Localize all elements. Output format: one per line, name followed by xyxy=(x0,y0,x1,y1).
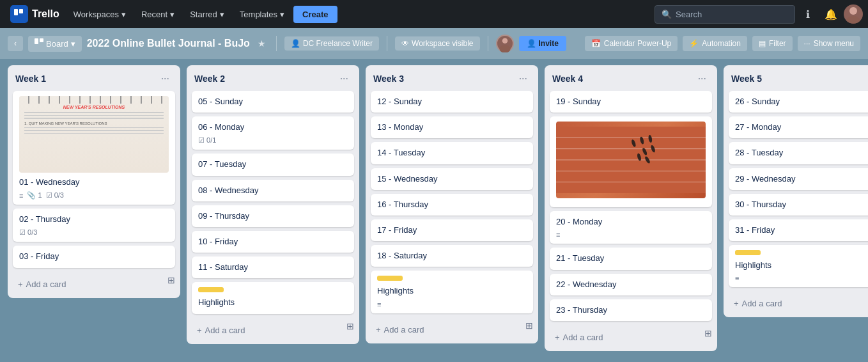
list-title: Week 1 xyxy=(15,74,46,84)
card-title: 06 - Monday xyxy=(198,122,348,133)
visibility-label: Workspace visible xyxy=(412,39,473,48)
card-title: Highlights xyxy=(198,297,348,308)
card[interactable]: ✏20 - Monday≡ xyxy=(550,211,712,244)
card-title: 05 - Sunday xyxy=(198,96,348,107)
card[interactable]: ✏02 - Thursday☑ 0/3 xyxy=(13,209,175,242)
card-title: 26 - Sunday xyxy=(735,96,868,107)
visibility-tag[interactable]: 👁 Workspace visible xyxy=(395,36,479,51)
list-menu-button[interactable]: ··· xyxy=(158,72,173,86)
card[interactable]: ✏18 - Saturday xyxy=(371,245,533,267)
list-header: Week 2 ··· xyxy=(187,65,359,91)
add-card-button[interactable]: + Add a card xyxy=(192,322,354,339)
create-from-template-button[interactable]: ⊞ xyxy=(167,275,175,285)
card[interactable]: ✏11 - Saturday xyxy=(192,256,354,278)
list-0: Week 1 ··· ✏ NEW YEAR'S RESOLUTIONS 1. Q… xyxy=(8,65,180,298)
list-menu-button[interactable]: ··· xyxy=(516,72,531,86)
card[interactable]: ✏13 - Monday xyxy=(371,116,533,138)
recent-menu[interactable]: Recent ▾ xyxy=(135,6,181,23)
card[interactable]: ✏26 - Sunday xyxy=(729,91,868,113)
card[interactable]: ✏28 - Tuesday xyxy=(729,142,868,164)
card-title: 21 - Tuesday xyxy=(556,253,706,264)
card-title: 07 - Tuesday xyxy=(198,159,348,170)
search-bar[interactable]: 🔍 Search xyxy=(655,5,795,24)
card[interactable]: ✏29 - Wednesday xyxy=(729,168,868,190)
card-title: 03 - Friday xyxy=(19,251,169,262)
list-menu-button[interactable]: ··· xyxy=(695,72,709,86)
add-card-label: Add a card xyxy=(384,325,424,334)
create-button[interactable]: Create xyxy=(293,6,337,23)
card[interactable]: ✏27 - Monday xyxy=(729,116,868,138)
card[interactable]: ✏ xyxy=(550,116,712,207)
card[interactable]: ✏15 - Wednesday xyxy=(371,168,533,190)
create-from-template-button[interactable]: ⊞ xyxy=(704,328,712,338)
card[interactable]: ✏06 - Monday☑ 0/1 xyxy=(192,116,354,150)
filter-button[interactable]: ▤ Filter xyxy=(752,36,793,51)
automation-button[interactable]: ⚡ Automation xyxy=(683,36,747,51)
info-button[interactable]: ℹ xyxy=(798,4,818,24)
notifications-button[interactable]: 🔔 xyxy=(821,4,841,24)
search-icon: 🔍 xyxy=(662,10,672,19)
card[interactable]: ✏09 - Thursday xyxy=(192,205,354,227)
create-from-template-button[interactable]: ⊞ xyxy=(346,321,354,331)
card[interactable]: ✏10 - Friday xyxy=(192,231,354,253)
card[interactable]: ✏17 - Friday xyxy=(371,219,533,241)
create-from-template-button[interactable]: ⊞ xyxy=(525,320,533,331)
add-card-button[interactable]: + Add a card xyxy=(13,276,175,293)
card[interactable]: ✏22 - Wednesday xyxy=(550,274,712,295)
card[interactable]: 23 - Thursday xyxy=(550,299,712,321)
board-title: 2022 Online Bullet Journal - BuJo xyxy=(87,38,250,49)
card[interactable]: ✏08 - Wednesday xyxy=(192,180,354,201)
user-avatar[interactable] xyxy=(844,4,863,24)
svg-point-6 xyxy=(502,38,508,43)
list-menu-button[interactable]: ··· xyxy=(337,72,352,86)
card-title: 28 - Tuesday xyxy=(735,147,868,159)
card[interactable]: ✏14 - Tuesday xyxy=(371,142,533,164)
svg-rect-5 xyxy=(40,38,43,42)
add-card-button[interactable]: + Add a card xyxy=(729,295,868,312)
card[interactable]: ✏Highlights≡ xyxy=(371,271,533,313)
list-1: Week 2 ··· ✏05 - Sunday✏06 - Monday☑ 0/1… xyxy=(187,65,359,344)
info-icon: ℹ xyxy=(806,8,810,20)
card[interactable]: ✏07 - Tuesday xyxy=(192,153,354,175)
description-icon: ≡ xyxy=(377,301,381,308)
card[interactable]: ✏Highlights xyxy=(192,282,354,313)
trello-logo[interactable]: Trello xyxy=(5,5,65,23)
card[interactable]: ✏Highlights≡ xyxy=(729,245,868,287)
workspace-icon: 👤 xyxy=(291,39,300,48)
divider xyxy=(488,36,488,51)
list-footer: + Add a card ⊞ xyxy=(8,272,180,298)
card[interactable]: ✏19 - Sunday xyxy=(550,91,712,113)
card[interactable]: ✏16 - Thursday xyxy=(371,194,533,216)
calendar-power-up-button[interactable]: 📅 Calendar Power-Up xyxy=(585,36,678,51)
invite-button[interactable]: 👤 Invite xyxy=(519,36,566,51)
card-title: 31 - Friday xyxy=(735,224,868,236)
card[interactable]: ✏30 - Thursday xyxy=(729,194,868,216)
svg-point-7 xyxy=(499,45,510,52)
card[interactable]: ✏05 - Sunday xyxy=(192,91,354,113)
workspace-tag[interactable]: 👤 DC Freelance Writer xyxy=(284,36,379,51)
list-title: Week 2 xyxy=(194,74,225,84)
add-card-button[interactable]: + Add a card xyxy=(371,321,533,338)
back-button[interactable]: ‹ xyxy=(8,36,23,51)
member-avatar[interactable] xyxy=(496,35,514,52)
card-title: 20 - Monday xyxy=(556,216,706,228)
workspaces-menu[interactable]: Workspaces ▾ xyxy=(67,6,132,23)
starred-menu[interactable]: Starred ▾ xyxy=(183,6,231,23)
board-icon xyxy=(35,38,43,49)
card[interactable]: ✏03 - Friday xyxy=(13,246,175,267)
show-menu-button[interactable]: ··· Show menu xyxy=(798,36,860,51)
card-title: 18 - Saturday xyxy=(377,250,527,262)
divider xyxy=(276,36,277,51)
plus-icon: + xyxy=(734,299,739,308)
card[interactable]: ✏31 - Friday xyxy=(729,219,868,241)
view-selector[interactable]: Board ▾ xyxy=(28,36,82,52)
attachment-count: 📎 1 xyxy=(27,191,42,200)
add-card-button[interactable]: + Add a card xyxy=(550,329,712,346)
card[interactable]: ✏ NEW YEAR'S RESOLUTIONS 1. QUIT MAKING … xyxy=(13,91,175,205)
svg-rect-4 xyxy=(35,38,38,44)
templates-menu[interactable]: Templates ▾ xyxy=(233,6,291,23)
star-button[interactable]: ★ xyxy=(255,36,268,51)
card-meta: ☑ 0/1 xyxy=(198,136,348,145)
card[interactable]: ✏12 - Sunday xyxy=(371,91,533,113)
card[interactable]: ✏21 - Tuesday xyxy=(550,248,712,269)
